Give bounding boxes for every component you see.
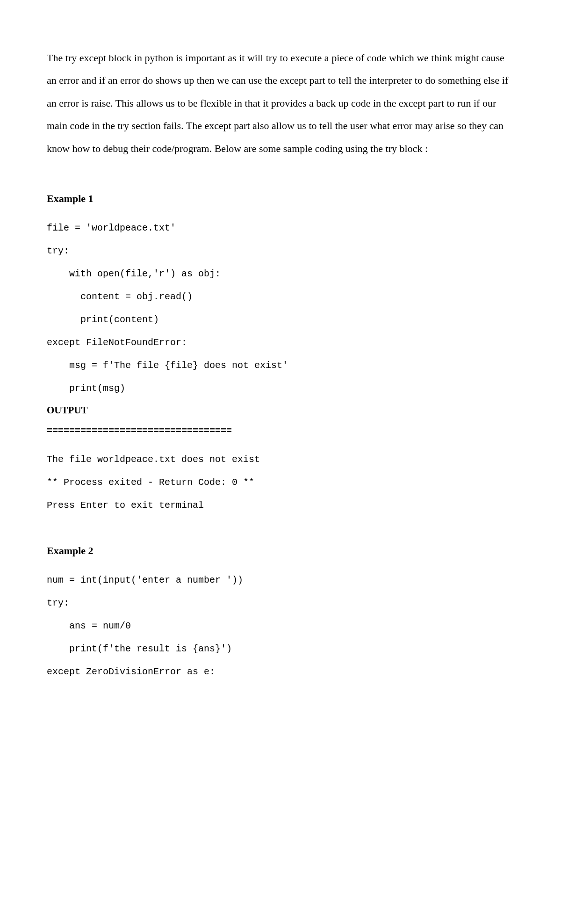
example2-code: num = int(input('enter a number ')) try:…: [47, 569, 514, 683]
example1-divider: =================================: [47, 426, 514, 436]
example1-heading: Example 1: [47, 193, 514, 205]
example1-output: The file worldpeace.txt does not exist *…: [47, 448, 514, 517]
example1-code: file = 'worldpeace.txt' try: with open(f…: [47, 217, 514, 400]
intro-paragraph: The try except block in python is import…: [47, 47, 514, 160]
example1-output-heading: OUTPUT: [47, 404, 514, 416]
example2-heading: Example 2: [47, 545, 514, 557]
